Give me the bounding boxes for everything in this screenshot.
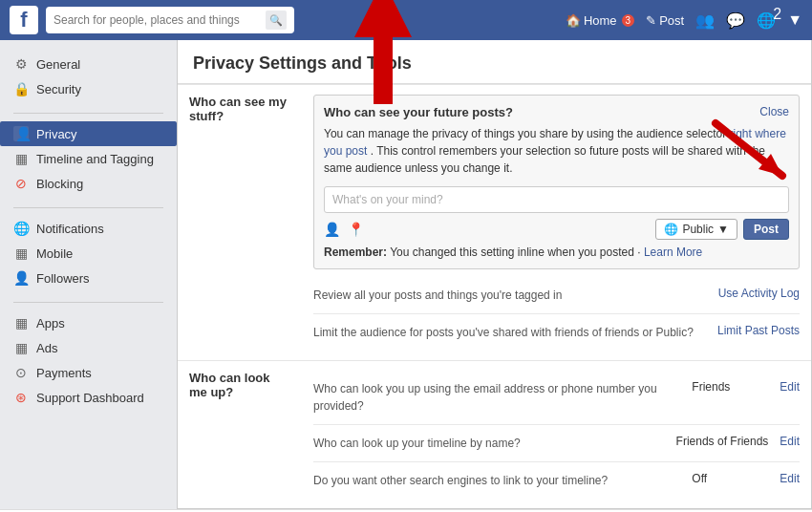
activity-log-link[interactable]: Use Activity Log	[718, 287, 800, 300]
home-link[interactable]: 🏠 Home 3	[566, 13, 634, 28]
lookup-edit-0[interactable]: Edit	[780, 380, 800, 394]
notifications-badge: 2	[773, 6, 781, 23]
sidebar-item-blocking[interactable]: ⊘ Blocking	[0, 171, 177, 196]
sidebar: ⚙ General 🔒 Security 👤 Privacy ▦ Timelin…	[0, 40, 177, 509]
home-icon: 🏠	[566, 13, 581, 28]
sidebar-item-followers[interactable]: 👤 Followers	[0, 266, 177, 290]
sidebar-divider-3	[13, 302, 163, 303]
future-posts-content: Who can see your future posts? Close You…	[302, 85, 811, 361]
remember-text: Remember: You changed this setting inlin…	[324, 245, 789, 259]
post-link[interactable]: ✎ Post	[646, 13, 684, 28]
nav-right: 🏠 Home 3 ✎ Post 👥 💬 🌐 2 ▼	[566, 11, 802, 30]
content-header: Privacy Settings and Tools	[178, 40, 811, 84]
lookup-row-2: Do you want other search engines to link…	[313, 462, 800, 499]
sidebar-item-mobile[interactable]: ▦ Mobile	[0, 241, 177, 266]
lookup-desc-0: Who can look you up using the email addr…	[313, 380, 680, 415]
privacy-icon: 👤	[13, 126, 29, 141]
activity-log-desc: Review all your posts and things you're …	[313, 287, 707, 304]
limit-past-row: Limit the audience for posts you've shar…	[313, 314, 800, 351]
globe-small-icon: 🌐	[664, 223, 678, 236]
learn-more-link[interactable]: Learn More	[644, 245, 702, 259]
lookup-desc-1: Who can look up your timeline by name?	[313, 435, 665, 452]
page-title: Privacy Settings and Tools	[193, 53, 796, 74]
sidebar-item-security[interactable]: 🔒 Security	[0, 76, 177, 101]
facebook-logo: f	[10, 6, 38, 34]
person-icon: 👤	[324, 222, 340, 237]
lookup-value-2: Off	[692, 472, 768, 485]
sidebar-divider-1	[13, 113, 163, 114]
sidebar-item-privacy[interactable]: 👤 Privacy	[0, 121, 177, 146]
followers-icon: 👤	[13, 270, 29, 286]
lookup-desc-2: Do you want other search engines to link…	[313, 472, 680, 489]
lookup-value-0: Friends	[692, 380, 768, 394]
dropdown-chevron: ▼	[717, 223, 729, 236]
sidebar-item-support[interactable]: ⊛ Support Dashboard	[0, 385, 177, 410]
future-posts-header: Who can see your future posts? Close	[324, 105, 789, 119]
lookup-edit-1[interactable]: Edit	[780, 435, 800, 448]
lookup-row-1: Who can look up your timeline by name? F…	[313, 425, 800, 462]
sidebar-section-account: ⚙ General 🔒 Security	[0, 52, 177, 101]
lookup-content: Who can look you up using the email addr…	[302, 361, 811, 509]
support-icon: ⊛	[13, 390, 29, 405]
lookup-row: Who can look me up? Who can look you up …	[178, 361, 811, 509]
friends-icon[interactable]: 👥	[695, 11, 715, 30]
blocking-icon: ⊘	[13, 176, 29, 191]
main-container: ⚙ General 🔒 Security 👤 Privacy ▦ Timelin…	[0, 40, 812, 509]
globe-icon[interactable]: 🌐 2	[757, 11, 776, 30]
lookup-edit-2[interactable]: Edit	[780, 472, 800, 485]
security-icon: 🔒	[13, 81, 29, 96]
search-input[interactable]	[53, 13, 266, 27]
home-badge: 3	[622, 14, 635, 27]
lookup-value-1: Friends of Friends	[676, 435, 769, 448]
timeline-icon: ▦	[13, 151, 29, 166]
future-posts-row: Who can see my stuff?	[178, 85, 811, 361]
apps-icon: ▦	[13, 315, 29, 331]
sidebar-item-payments[interactable]: ⊙ Payments	[0, 360, 177, 385]
sidebar-item-apps[interactable]: ▦ Apps	[0, 310, 177, 335]
general-icon: ⚙	[13, 56, 29, 72]
ads-icon: ▦	[13, 340, 29, 355]
sidebar-section-apps: ▦ Apps ▦ Ads ⊙ Payments ⊛ Support Dashbo…	[0, 310, 177, 410]
lookup-row-0: Who can look you up using the email addr…	[313, 371, 800, 425]
compose-footer: 👤 📍 🌐 Public ▼ Post	[324, 219, 789, 240]
future-posts-description: You can manage the privacy of things you…	[324, 125, 789, 177]
future-posts-box: Who can see your future posts? Close You…	[313, 95, 800, 269]
settings-table: Who can see my stuff?	[178, 84, 811, 508]
messages-icon[interactable]: 💬	[726, 11, 745, 30]
close-link[interactable]: Close	[759, 105, 789, 118]
activity-log-row: Review all your posts and things you're …	[313, 277, 800, 314]
sidebar-section-privacy: 👤 Privacy ▦ Timeline and Tagging ⊘ Block…	[0, 121, 177, 196]
post-button[interactable]: Post	[743, 219, 789, 240]
compose-actions: 🌐 Public ▼ Post	[655, 219, 789, 240]
sidebar-divider-2	[13, 207, 163, 208]
limit-past-link[interactable]: Limit Past Posts	[717, 324, 800, 337]
sidebar-item-timeline[interactable]: ▦ Timeline and Tagging	[0, 146, 177, 171]
future-posts-title: Who can see your future posts?	[324, 105, 513, 119]
search-bar[interactable]: 🔍	[46, 7, 294, 33]
compose-placeholder: What's on your mind?	[332, 193, 780, 206]
notifications-icon: 🌐	[13, 221, 29, 236]
top-navigation: f 🔍 🏠 Home 3 ✎ Post 👥 💬 🌐 2 ▼	[0, 0, 812, 40]
limit-past-desc: Limit the audience for posts you've shar…	[313, 324, 706, 341]
audience-selector-button[interactable]: 🌐 Public ▼	[655, 219, 737, 240]
sidebar-item-ads[interactable]: ▦ Ads	[0, 335, 177, 360]
edit-icon: ✎	[646, 13, 656, 28]
sidebar-item-general[interactable]: ⚙ General	[0, 52, 177, 76]
mobile-icon: ▦	[13, 245, 29, 261]
compose-box: What's on your mind?	[324, 186, 789, 213]
location-icon: 📍	[348, 222, 364, 237]
section-label-my-stuff: Who can see my stuff?	[178, 85, 302, 361]
payments-icon: ⊙	[13, 365, 29, 380]
search-button[interactable]: 🔍	[266, 11, 287, 30]
sidebar-item-notifications[interactable]: 🌐 Notifications	[0, 216, 177, 241]
compose-icons: 👤 📍	[324, 222, 364, 237]
content-area: Privacy Settings and Tools Who can see m…	[177, 40, 812, 509]
sidebar-section-notifications: 🌐 Notifications ▦ Mobile 👤 Followers	[0, 216, 177, 290]
dropdown-icon[interactable]: ▼	[787, 11, 802, 29]
section-label-lookup: Who can look me up?	[178, 361, 302, 509]
